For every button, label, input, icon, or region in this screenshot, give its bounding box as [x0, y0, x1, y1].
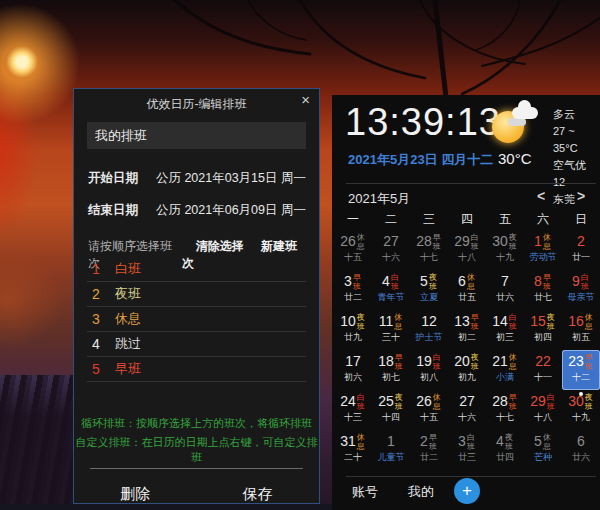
- shift-row-跳过[interactable]: 4跳过: [87, 332, 306, 357]
- day-number: 5: [534, 433, 542, 449]
- day-number: 24: [340, 393, 356, 409]
- calendar-day-6[interactable]: 6休息廿五: [448, 270, 486, 310]
- calendar-day-30[interactable]: 30夜班十九: [486, 230, 524, 270]
- shift-badge: 早班: [395, 354, 404, 371]
- small-cloud-icon: [508, 118, 526, 126]
- calendar-day-17[interactable]: 17初六: [334, 350, 372, 390]
- calendar-day-24[interactable]: 24白班十三: [334, 390, 372, 430]
- day-number: 18: [378, 353, 394, 369]
- festival-label: 立夏: [410, 292, 448, 303]
- shift-badge: 休息: [585, 314, 594, 331]
- lunar-date-label: 三十: [372, 332, 410, 343]
- shift-row-休息[interactable]: 3休息: [87, 307, 306, 332]
- calendar-day-10[interactable]: 10夜班廿九: [334, 310, 372, 350]
- calendar-day-8[interactable]: 8早班廿七: [524, 270, 562, 310]
- shift-row-早班[interactable]: 5早班: [87, 357, 306, 382]
- day-number: 9: [572, 273, 580, 289]
- current-date-lunar[interactable]: 2021年5月23日 四月十二: [348, 151, 493, 169]
- day-number: 11: [379, 313, 394, 329]
- lunar-date-label: 二十: [334, 452, 372, 463]
- shift-badge: 早班: [585, 354, 594, 371]
- lunar-date-label: 初九: [448, 372, 486, 383]
- calendar-day-23[interactable]: 23早班十二: [562, 350, 600, 390]
- close-icon[interactable]: ×: [301, 92, 310, 108]
- day-number: 1: [387, 433, 395, 449]
- lunar-date-label: 十三: [334, 412, 372, 423]
- shift-badge: 早班: [509, 394, 518, 411]
- delete-button[interactable]: 删除: [74, 479, 197, 510]
- calendar-day-15[interactable]: 15夜班初四: [524, 310, 562, 350]
- day-number: 6: [458, 273, 466, 289]
- calendar-day-6[interactable]: 6廿六: [562, 430, 600, 470]
- end-date-value[interactable]: 公历 2021年06月09日 周一: [156, 202, 306, 219]
- calendar-day-28[interactable]: 28早班十七: [410, 230, 448, 270]
- shift-badge: 白班: [391, 274, 400, 291]
- lunar-date-label: 十六: [372, 252, 410, 263]
- start-date-value[interactable]: 公历 2021年03月15日 周一: [156, 170, 306, 187]
- shift-list: 1白班2夜班3休息4跳过5早班: [87, 257, 306, 382]
- calendar-day-11[interactable]: 11休息三十: [372, 310, 410, 350]
- calendar-day-5[interactable]: 5夜班立夏: [410, 270, 448, 310]
- calendar-day-4[interactable]: 4白班青年节: [372, 270, 410, 310]
- calendar-day-30[interactable]: 30夜班十九: [562, 390, 600, 430]
- calendar-day-29[interactable]: 29白班十八: [524, 390, 562, 430]
- calendar-day-4[interactable]: 4夜班廿四: [486, 430, 524, 470]
- shift-badge: 早班: [433, 234, 442, 251]
- festival-label: 小满: [486, 372, 524, 383]
- shift-row-白班[interactable]: 1白班: [87, 257, 306, 282]
- shift-row-夜班[interactable]: 2夜班: [87, 282, 306, 307]
- day-number: 2: [420, 433, 428, 449]
- calendar-day-16[interactable]: 16休息初五: [562, 310, 600, 350]
- calendar-day-29[interactable]: 29白班十八: [448, 230, 486, 270]
- lunar-date-label: 廿六: [486, 292, 524, 303]
- shift-badge: 休息: [543, 234, 552, 251]
- next-month-button[interactable]: >: [572, 188, 590, 204]
- festival-label: 护士节: [410, 332, 448, 343]
- calendar-day-2[interactable]: 2早班廿二: [410, 430, 448, 470]
- shift-name-label: 早班: [115, 360, 141, 378]
- schedule-name-input[interactable]: [87, 122, 306, 149]
- prev-month-button[interactable]: <: [532, 188, 550, 204]
- clear-selection-button[interactable]: 清除选择: [196, 239, 244, 253]
- calendar-day-27[interactable]: 27十六: [372, 230, 410, 270]
- calendar-day-1[interactable]: 1儿童节: [372, 430, 410, 470]
- calendar-day-14[interactable]: 14白班初三: [486, 310, 524, 350]
- calendar-day-26[interactable]: 26休息十五: [334, 230, 372, 270]
- calendar-day-12[interactable]: 12护士节: [410, 310, 448, 350]
- day-number: 26: [340, 233, 356, 249]
- calendar-day-5[interactable]: 5休息芒种: [524, 430, 562, 470]
- shift-badge: 白班: [581, 274, 590, 291]
- calendar-day-21[interactable]: 21休息小满: [486, 350, 524, 390]
- calendar-day-1[interactable]: 1休息劳动节: [524, 230, 562, 270]
- calendar-day-25[interactable]: 25夜班十四: [372, 390, 410, 430]
- calendar-day-9[interactable]: 9白班母亲节: [562, 270, 600, 310]
- account-button[interactable]: 账号: [352, 483, 378, 501]
- lunar-date-label: 十六: [448, 412, 486, 423]
- calendar-day-28[interactable]: 28早班十七: [486, 390, 524, 430]
- shift-order-number: 2: [87, 286, 105, 302]
- weather-icon[interactable]: [490, 105, 540, 147]
- day-number: 22: [535, 353, 551, 369]
- calendar-day-31[interactable]: 31休息二十: [334, 430, 372, 470]
- calendar-day-3[interactable]: 3早班廿二: [334, 270, 372, 310]
- calendar-day-13[interactable]: 13早班初二: [448, 310, 486, 350]
- calendar-day-22[interactable]: 22十一: [524, 350, 562, 390]
- save-button[interactable]: 保存: [197, 479, 320, 510]
- calendar-grid: 26休息十五27十六28早班十七29白班十八30夜班十九1休息劳动节2廿一3早班…: [334, 230, 600, 470]
- calendar-day-27[interactable]: 27十六: [448, 390, 486, 430]
- help-line-custom: 自定义排班：在日历的日期上点右键，可自定义排班: [74, 435, 319, 465]
- lunar-date-label: 十五: [410, 412, 448, 423]
- calendar-day-2[interactable]: 2廿一: [562, 230, 600, 270]
- calendar-day-26[interactable]: 26休息十五: [410, 390, 448, 430]
- calendar-day-18[interactable]: 18早班初七: [372, 350, 410, 390]
- calendar-day-19[interactable]: 19白班初八: [410, 350, 448, 390]
- lunar-date-label: 十一: [524, 372, 562, 383]
- add-button[interactable]: +: [454, 478, 480, 504]
- mine-button[interactable]: 我的: [408, 483, 434, 501]
- end-date-label: 结束日期: [88, 202, 138, 219]
- calendar-day-7[interactable]: 7廿六: [486, 270, 524, 310]
- shift-badge: 休息: [394, 314, 403, 331]
- calendar-day-20[interactable]: 20夜班初九: [448, 350, 486, 390]
- calendar-day-3[interactable]: 3白班廿三: [448, 430, 486, 470]
- month-title: 2021年5月: [348, 190, 410, 208]
